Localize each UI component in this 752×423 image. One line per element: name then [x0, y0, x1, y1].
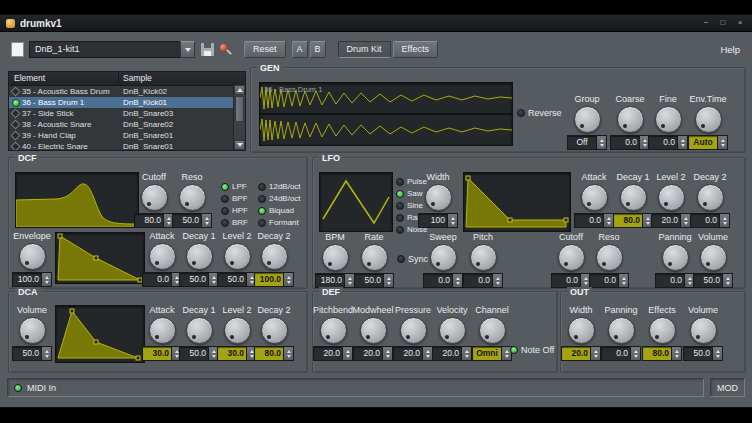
spinner-buttons[interactable] [342, 347, 352, 360]
def-velocity-knob[interactable] [439, 317, 466, 344]
spinner-buttons[interactable] [722, 274, 732, 287]
out-width-spinbox[interactable]: 20.0 [561, 346, 601, 361]
dca-envelope-display[interactable] [55, 305, 145, 363]
list-item[interactable]: 37 - Side Stick DnB_Snare03 [9, 108, 245, 119]
lfo-rate-knob[interactable] [361, 244, 388, 271]
def-modwheel-spinbox[interactable]: 20.0 [353, 346, 393, 361]
list-scrollbar[interactable] [233, 85, 245, 150]
lfo-decay1-spinbox[interactable]: 80.0 [613, 213, 653, 228]
new-preset-button[interactable] [8, 40, 26, 58]
dca-decay1-knob[interactable] [186, 317, 213, 344]
scroll-down-icon[interactable] [234, 140, 245, 150]
spinner-buttons[interactable] [344, 274, 354, 287]
combo-dropdown-icon[interactable] [180, 41, 195, 58]
tab-drum-kit[interactable]: Drum Kit [338, 41, 391, 58]
dca-attack-spinbox[interactable]: 30.0 [142, 346, 182, 361]
lfo-pitch-spinbox[interactable]: 0.0 [463, 273, 503, 288]
spinner-buttons[interactable] [603, 214, 613, 227]
preset-combo[interactable]: DnB_1-kit1 [29, 41, 195, 58]
save-preset-button[interactable] [198, 40, 216, 58]
lfo-volume-spinbox[interactable]: 50.0 [693, 273, 733, 288]
lfo-volume-knob[interactable] [700, 244, 727, 271]
dcf-decay1-knob[interactable] [186, 243, 213, 270]
dcf-type-bpf[interactable]: BPF [221, 194, 248, 203]
scroll-up-icon[interactable] [234, 85, 245, 95]
list-item[interactable]: 35 - Acoustic Bass Drum DnB_Kick02 [9, 86, 245, 97]
filter-response-display[interactable] [15, 172, 139, 228]
out-volume-spinbox[interactable]: 50.0 [683, 346, 723, 361]
spinner-buttons[interactable] [422, 347, 432, 360]
out-panning-knob[interactable] [608, 317, 635, 344]
lfo-attack-knob[interactable] [581, 184, 608, 211]
spinner-buttons[interactable] [41, 347, 51, 360]
dcf-decay1-spinbox[interactable]: 50.0 [179, 272, 219, 287]
maximize-icon[interactable]: □ [717, 17, 729, 29]
column-element[interactable]: Element [9, 72, 119, 85]
spinner-buttons[interactable] [452, 274, 462, 287]
dcf-slope-24db[interactable]: 24dB/oct [258, 194, 301, 203]
dcf-type-hpf[interactable]: HPF [221, 206, 248, 215]
def-pressure-spinbox[interactable]: 20.0 [393, 346, 433, 361]
dcf-reso-knob[interactable] [179, 184, 206, 211]
spinner-buttons[interactable] [596, 136, 606, 149]
dcf-decay2-spinbox[interactable]: 100.0 [254, 272, 294, 287]
dcf-envelope-knob[interactable] [19, 243, 46, 270]
dcf-reso-spinbox[interactable]: 50.0 [172, 213, 212, 228]
column-sample[interactable]: Sample [119, 72, 245, 85]
lfo-level2-spinbox[interactable]: 20.0 [651, 213, 691, 228]
dca-volume-spinbox[interactable]: 50.0 [12, 346, 52, 361]
lfo-sweep-spinbox[interactable]: 0.0 [423, 273, 463, 288]
lfo-reso-knob[interactable] [596, 244, 623, 271]
reset-button[interactable]: Reset [244, 41, 286, 58]
spinner-buttons[interactable] [283, 347, 293, 360]
spinner-buttons[interactable] [630, 347, 640, 360]
spinner-buttons[interactable] [618, 274, 628, 287]
spinner-buttons[interactable] [590, 347, 600, 360]
dca-level2-knob[interactable] [224, 317, 251, 344]
list-item-selected[interactable]: 36 - Bass Drum 1 DnB_Kick01 [9, 97, 245, 108]
delete-preset-button[interactable] [216, 40, 234, 58]
list-item[interactable]: 38 - Acoustic Snare DnB_Snare02 [9, 119, 245, 130]
spinner-buttons[interactable] [41, 273, 51, 286]
dcf-slope-formant[interactable]: Formant [258, 218, 299, 227]
list-item[interactable]: 40 - Electric Snare DnB_Snare01 [9, 141, 245, 151]
spinner-buttons[interactable] [712, 347, 722, 360]
dca-decay2-spinbox[interactable]: 80.0 [254, 346, 294, 361]
lfo-envelope-display[interactable] [463, 172, 571, 232]
out-volume-knob[interactable] [690, 317, 717, 344]
lfo-rate-spinbox[interactable]: 50.0 [354, 273, 394, 288]
def-modwheel-knob[interactable] [360, 317, 387, 344]
out-effects-knob[interactable] [649, 317, 676, 344]
out-effects-spinbox[interactable]: 80.0 [642, 346, 682, 361]
def-channel-spinbox[interactable]: Omni [472, 346, 512, 361]
lfo-reso-spinbox[interactable]: 0.0 [589, 273, 629, 288]
spinner-buttons[interactable] [382, 347, 392, 360]
tune-b-button[interactable]: B [310, 41, 326, 58]
list-item[interactable]: 39 - Hand Clap DnB_Snare01 [9, 130, 245, 141]
dcf-level2-knob[interactable] [224, 243, 251, 270]
lfo-attack-spinbox[interactable]: 0.0 [574, 213, 614, 228]
lfo-decay2-knob[interactable] [697, 184, 724, 211]
spinner-buttons[interactable] [717, 136, 727, 149]
lfo-panning-knob[interactable] [662, 244, 689, 271]
lfo-decay1-knob[interactable] [620, 184, 647, 211]
lfo-decay2-spinbox[interactable]: 0.0 [690, 213, 730, 228]
dca-decay1-spinbox[interactable]: 50.0 [179, 346, 219, 361]
dcf-slope-biquad[interactable]: Biquad [258, 206, 294, 215]
lfo-width-knob[interactable] [425, 184, 452, 211]
spinner-buttons[interactable] [719, 214, 729, 227]
dcf-cutoff-knob[interactable] [141, 184, 168, 211]
gen-coarse-spinbox[interactable]: 0.0 [610, 135, 650, 150]
gen-envtime-spinbox[interactable]: Auto [688, 135, 728, 150]
def-pressure-knob[interactable] [400, 317, 427, 344]
gen-group-spinbox[interactable]: Off [567, 135, 607, 150]
close-icon[interactable]: × [734, 17, 746, 29]
dca-decay2-knob[interactable] [261, 317, 288, 344]
lfo-width-spinbox[interactable]: 100 [418, 213, 458, 228]
spinner-buttons[interactable] [671, 347, 681, 360]
dcf-slope-12db[interactable]: 12dB/oct [258, 182, 301, 191]
dcf-attack-knob[interactable] [149, 243, 176, 270]
def-pitchbend-spinbox[interactable]: 20.0 [313, 346, 353, 361]
lfo-bpm-knob[interactable] [322, 244, 349, 271]
gen-envtime-knob[interactable] [695, 106, 722, 133]
